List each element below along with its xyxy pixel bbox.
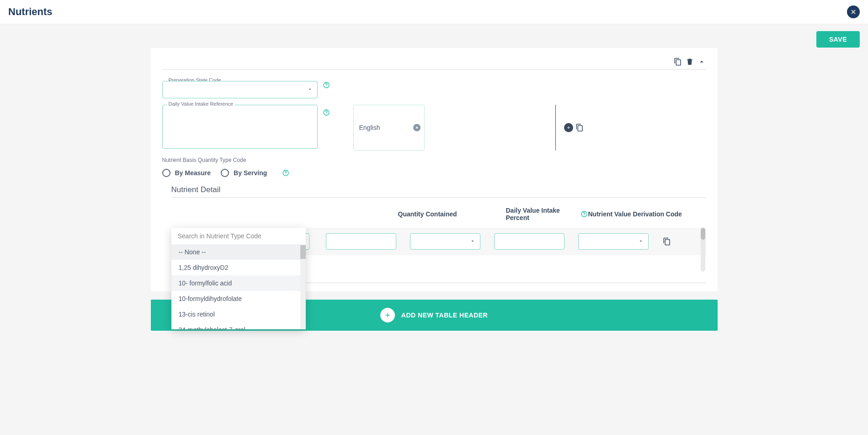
ref-side-actions — [564, 123, 584, 132]
copy-reference-button[interactable] — [575, 123, 584, 132]
language-chip-clear[interactable] — [413, 124, 421, 131]
help-icon — [323, 81, 330, 89]
copy-icon — [674, 58, 682, 66]
basis-radio-group: By Measure By Serving — [162, 169, 706, 177]
detail-scrollbar[interactable] — [701, 228, 705, 272]
copy-row-button[interactable] — [662, 237, 671, 246]
radio-by-serving-label[interactable]: By Serving — [234, 169, 267, 177]
close-icon — [850, 9, 857, 15]
nutrient-type-dropdown: -- None -- 1,25 dihydroxyD2 10- formylfo… — [171, 228, 306, 329]
dropdown-item-none[interactable]: -- None -- — [171, 244, 306, 260]
action-bar: SAVE — [0, 24, 868, 47]
dropdown-item[interactable]: 10-formyldihydrofolate — [171, 291, 306, 306]
svg-point-5 — [286, 174, 286, 175]
basis-help[interactable] — [282, 169, 290, 177]
svg-point-3 — [326, 114, 326, 114]
save-button[interactable]: SAVE — [816, 31, 860, 48]
language-chip[interactable]: English — [353, 105, 425, 150]
dialog-header: Nutrients — [0, 0, 868, 24]
svg-point-1 — [326, 86, 326, 87]
help-icon — [282, 169, 289, 177]
daily-ref-input[interactable] — [162, 105, 318, 149]
col-spacer — [171, 207, 398, 221]
prep-state-field-wrap: Preparation State Code — [162, 81, 318, 98]
nutrient-detail-heading: Nutrient Detail — [171, 185, 706, 194]
help-icon — [580, 210, 588, 218]
derivation-select[interactable] — [578, 233, 649, 250]
dropdown-item[interactable]: 13-cis retinol — [171, 306, 306, 322]
col-pct: Daily Value Intake Percent — [506, 207, 588, 221]
dropdown-search-wrap — [171, 228, 306, 244]
daily-ref-help[interactable] — [322, 108, 330, 117]
close-button[interactable] — [847, 5, 860, 18]
dropdown-item[interactable]: 1,25 dihydroxyD2 — [171, 260, 306, 275]
trash-icon — [686, 58, 694, 66]
add-reference-button[interactable] — [564, 123, 573, 132]
pct-input[interactable] — [494, 233, 564, 250]
col-pct-label: Daily Value Intake Percent — [506, 207, 578, 221]
prep-state-help[interactable] — [322, 81, 330, 89]
col-qty: Quantity Contained — [398, 207, 506, 221]
copy-icon — [663, 237, 671, 246]
radio-by-measure-label[interactable]: By Measure — [175, 169, 211, 177]
dropdown-item[interactable]: 10- formylfolic acid — [171, 275, 306, 291]
chevron-down-icon — [638, 238, 644, 245]
radio-by-serving[interactable] — [221, 169, 229, 177]
qty-value-input[interactable] — [326, 233, 396, 250]
nutrient-detail-section: Quantity Contained Daily Value Intake Pe… — [171, 197, 706, 283]
help-icon — [323, 109, 330, 116]
card-toolbar — [162, 57, 706, 70]
add-table-header-label: ADD NEW TABLE HEADER — [401, 311, 488, 319]
plus-circle-icon — [380, 308, 395, 322]
delete-button[interactable] — [685, 57, 694, 66]
prep-state-select[interactable] — [162, 81, 318, 98]
close-icon — [415, 126, 419, 129]
detail-grid-row: -- None -- 1,25 dihydroxyD2 10- formylfo… — [171, 228, 706, 255]
daily-ref-field-wrap: Daily Value Intake Reference — [162, 105, 318, 150]
qty-unit-select[interactable] — [410, 233, 480, 250]
plus-icon — [566, 125, 571, 130]
dropdown-search-input[interactable] — [178, 232, 299, 240]
daily-ref-label: Daily Value Intake Reference — [167, 101, 235, 107]
form-card: Preparation State Code Daily Value Intak… — [151, 48, 718, 291]
pct-help[interactable] — [580, 210, 588, 218]
plus-icon — [384, 311, 391, 319]
collapse-button[interactable] — [697, 57, 706, 66]
copy-icon — [575, 124, 584, 132]
page-title: Nutrients — [8, 6, 53, 18]
language-chip-label: English — [359, 124, 380, 131]
dropdown-item[interactable]: 24-methylcholest-7-erol — [171, 322, 306, 329]
radio-by-measure[interactable] — [162, 169, 170, 177]
chevron-down-icon — [470, 238, 475, 245]
basis-label: Nutrient Basis Quantity Type Code — [162, 157, 706, 163]
col-deriv: Nutrient Value Derivation Code — [588, 207, 684, 221]
detail-grid-header: Quantity Contained Daily Value Intake Pe… — [171, 204, 706, 228]
copy-button[interactable] — [673, 57, 682, 66]
svg-point-7 — [584, 215, 585, 216]
chevron-down-icon — [307, 86, 313, 93]
chevron-up-icon — [698, 58, 706, 66]
vertical-divider — [555, 105, 556, 150]
dropdown-scrollbar[interactable] — [300, 244, 306, 329]
dropdown-list: -- None -- 1,25 dihydroxyD2 10- formylfo… — [171, 244, 306, 329]
